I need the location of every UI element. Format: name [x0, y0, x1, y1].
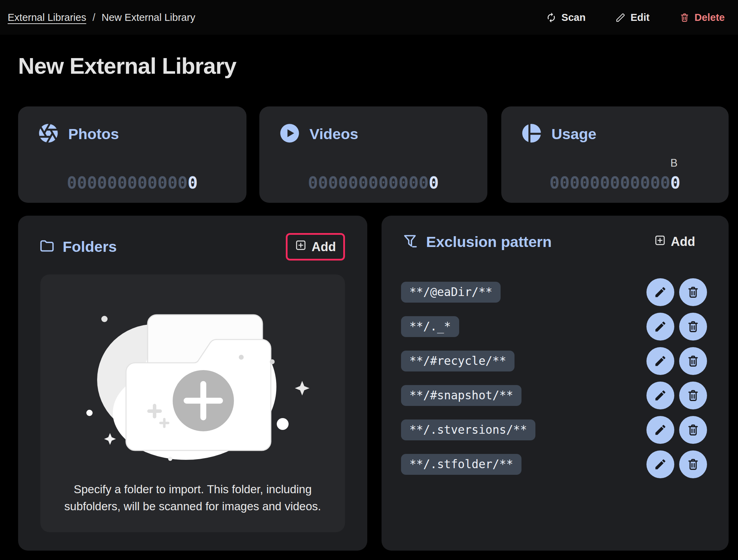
- page-title: New External Library: [18, 53, 236, 79]
- photos-count: 0000000000000: [18, 174, 246, 191]
- usage-unit: B: [670, 158, 678, 168]
- exclusion-pattern-row: **/.stfolder/**: [382, 447, 729, 481]
- delete-pattern-button[interactable]: [679, 347, 707, 375]
- add-exclusion-pattern-label: Add: [671, 234, 695, 249]
- edit-pattern-button[interactable]: [646, 313, 674, 341]
- leading-zero-digit: 0: [620, 173, 630, 192]
- leading-zero-digit: 0: [178, 173, 188, 192]
- leading-zero-digit: 0: [147, 173, 157, 192]
- leading-zero-digit: 0: [590, 173, 600, 192]
- usage-card-label: Usage: [551, 126, 596, 143]
- usage-stat-card: Usage 0000000000000 B: [501, 106, 729, 203]
- edit-pattern-button[interactable]: [646, 450, 674, 478]
- breadcrumb-current: New External Library: [102, 12, 195, 23]
- pattern-row-actions: [646, 450, 707, 478]
- exclusion-pattern-row: **/._*: [382, 309, 729, 344]
- videos-stat-card: Videos 0000000000000: [259, 106, 487, 203]
- delete-pattern-button[interactable]: [679, 450, 707, 478]
- leading-zero-digit: 0: [550, 173, 560, 192]
- leading-zero-digit: 0: [87, 173, 97, 192]
- pencil-icon: [654, 458, 667, 471]
- trash-icon: [686, 423, 700, 437]
- breadcrumb-external-libraries-link[interactable]: External Libraries: [8, 12, 86, 23]
- sync-icon: [546, 12, 557, 23]
- folders-panel-title: Folders: [63, 238, 117, 255]
- leading-zero-digit: 0: [650, 173, 660, 192]
- leading-zero-digit: 0: [660, 173, 670, 192]
- trash-icon: [686, 286, 700, 299]
- exclusion-pattern-row: **/#recycle/**: [382, 344, 729, 378]
- edit-button[interactable]: Edit: [613, 11, 652, 24]
- exclusion-pattern-chip: **/.stversions/**: [401, 419, 535, 440]
- exclusion-title-group: Exclusion pattern: [402, 233, 552, 250]
- usage-count: 0000000000000 B: [501, 174, 729, 191]
- leading-zero-digit: 0: [630, 173, 640, 192]
- exclusion-pattern-chip: **/@eaDir/**: [401, 282, 501, 303]
- folder-icon: [39, 238, 55, 256]
- delete-pattern-button[interactable]: [679, 416, 707, 444]
- edit-pattern-button[interactable]: [646, 278, 674, 306]
- leading-zero-digit: 0: [167, 173, 178, 192]
- photos-card-label: Photos: [68, 126, 119, 143]
- leading-zero-digit: 0: [388, 173, 399, 192]
- trash-icon: [680, 13, 690, 23]
- exclusion-panel-title: Exclusion pattern: [426, 233, 552, 250]
- leading-zero-digit: 0: [328, 173, 338, 192]
- exclusion-pattern-row: **/@eaDir/**: [382, 275, 729, 309]
- exclusion-pattern-chip: **/.stfolder/**: [401, 454, 521, 475]
- add-folder-label: Add: [312, 240, 336, 254]
- count-value-digit: 0: [429, 173, 439, 192]
- folders-empty-illustration: [71, 302, 315, 466]
- folders-empty-caption: Specify a folder to import. This folder,…: [53, 481, 332, 515]
- edit-pattern-button[interactable]: [646, 416, 674, 444]
- delete-pattern-button[interactable]: [679, 278, 707, 306]
- count-value-digit: 0: [670, 173, 680, 192]
- leading-zero-digit: 0: [560, 173, 570, 192]
- pattern-row-actions: [646, 416, 707, 444]
- exclusion-pattern-chip: **/._*: [401, 316, 459, 337]
- exclusion-pattern-panel: Exclusion pattern Add **/@eaDir/**: [382, 216, 729, 551]
- top-bar: External Libraries / New External Librar…: [0, 0, 738, 35]
- leading-zero-digit: 0: [348, 173, 358, 192]
- trash-icon: [686, 389, 700, 402]
- edit-pattern-button[interactable]: [646, 382, 674, 409]
- add-exclusion-pattern-button[interactable]: Add: [654, 234, 695, 249]
- delete-pattern-button[interactable]: [679, 382, 707, 409]
- exclusion-pattern-chip: **/#recycle/**: [401, 351, 515, 371]
- leading-zero-digit: 0: [127, 173, 138, 192]
- exclusion-pattern-list: **/@eaDir/** **/._*: [382, 275, 729, 481]
- aperture-icon: [38, 122, 59, 145]
- pie-chart-icon: [521, 122, 542, 145]
- scan-button[interactable]: Scan: [544, 11, 588, 24]
- leading-zero-digit: 0: [419, 173, 429, 192]
- pattern-row-actions: [646, 313, 707, 341]
- delete-pattern-button[interactable]: [679, 313, 707, 341]
- leading-zero-digit: 0: [610, 173, 620, 192]
- delete-button[interactable]: Delete: [677, 11, 727, 24]
- leading-zero-digit: 0: [570, 173, 580, 192]
- edit-button-label: Edit: [630, 12, 650, 23]
- videos-card-header: Videos: [259, 106, 487, 145]
- pattern-row-actions: [646, 278, 707, 306]
- scan-button-label: Scan: [562, 12, 586, 23]
- leading-zero-digit: 0: [107, 173, 117, 192]
- leading-zero-digit: 0: [318, 173, 328, 192]
- usage-card-header: Usage: [501, 106, 729, 145]
- edit-pattern-button[interactable]: [646, 347, 674, 375]
- trash-icon: [686, 458, 700, 471]
- leading-zero-digit: 0: [157, 173, 167, 192]
- leading-zero-digit: 0: [77, 173, 87, 192]
- pencil-icon: [654, 389, 667, 402]
- folders-panel-header: Folders Add: [18, 216, 367, 261]
- leading-zero-digit: 0: [137, 173, 147, 192]
- breadcrumb: External Libraries / New External Librar…: [8, 12, 195, 23]
- exclusion-pattern-chip: **/#snapshot/**: [401, 385, 521, 406]
- external-library-page: External Libraries / New External Librar…: [0, 0, 738, 560]
- folders-empty-state: Specify a folder to import. This folder,…: [40, 274, 345, 532]
- leading-zero-digit: 0: [67, 173, 77, 192]
- exclusion-panel-header: Exclusion pattern Add: [382, 216, 729, 250]
- add-folder-button[interactable]: Add: [286, 233, 345, 261]
- leading-zero-digit: 0: [308, 173, 318, 192]
- pencil-icon: [654, 354, 667, 368]
- leading-zero-digit: 0: [399, 173, 409, 192]
